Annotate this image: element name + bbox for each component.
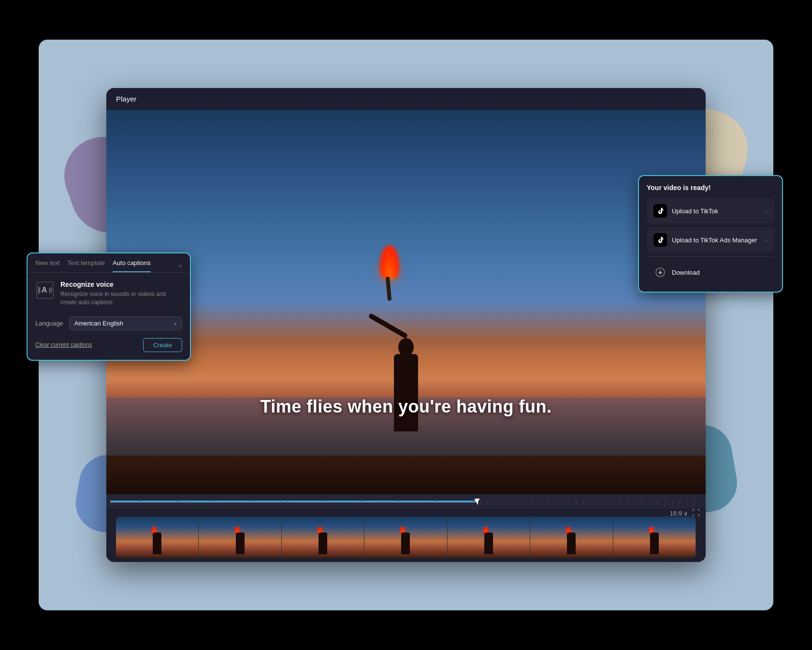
player-header: Player [106,88,706,110]
film-frame-person [567,532,576,554]
film-frame-person [236,532,245,554]
aspect-ratio-chevron: ∨ [683,510,688,517]
flame [380,245,399,279]
timeline-playhead[interactable] [477,499,478,504]
film-frame-person [153,532,161,554]
recognize-voice-text: Recognize voice Recognize voice in sound… [60,281,182,307]
upload-tiktok-chevron-icon: › [765,207,768,215]
editor-container: Player Time flies when you're having f [106,88,706,562]
film-frame [530,517,613,558]
upload-tiktok-ads-item[interactable]: Upload to TikTok Ads Manager › [647,227,774,252]
video-scene: Time flies when you're having fun. [106,109,706,494]
film-frame [364,517,447,558]
film-frame [199,517,281,558]
create-button[interactable]: Create [143,338,182,352]
tiktok-ads-icon [653,233,667,247]
playhead-marker [473,499,481,503]
download-icon [653,266,667,279]
film-frame [116,517,199,558]
upload-tiktok-label: Upload to TikTok [672,207,718,215]
person-body [394,354,418,431]
language-chevron-icon: ∨ [174,321,177,326]
person-arm [368,313,408,339]
recognize-voice-desc: Recognize voice in sounds or videos and … [60,290,182,307]
film-frame-person [319,532,327,554]
recognize-voice-icon: A [35,281,55,300]
timeline-controls: 16:9 ∨ ⛶ [670,509,700,517]
tab-auto-captions[interactable]: Auto captions [113,259,151,272]
panel-divider [647,256,774,257]
language-value: American English [74,320,123,327]
auto-captions-panel: New text Text template Auto captions « [27,252,191,361]
recognize-voice-section: A Recognize voice Recognize voice in sou… [35,281,182,307]
video-area: Time flies when you're having fun. [106,109,706,494]
panel-close-button[interactable]: « [179,262,182,269]
upload-tiktok-ads-chevron-icon: › [765,236,768,244]
outer-frame: Player Time flies when you're having f [39,40,773,610]
film-frame-person [401,532,410,554]
upload-tiktok-ads-label: Upload to TikTok Ads Manager [672,236,757,244]
language-select[interactable]: American English ∨ [69,316,182,330]
fullscreen-button[interactable]: ⛶ [692,509,700,517]
timeline-bar [106,494,706,509]
film-frame [613,517,696,558]
svg-text:A: A [42,285,47,294]
fullscreen-icon: ⛶ [692,509,700,517]
tab-new-text[interactable]: New text [35,259,60,272]
tiktok-icon [653,204,667,218]
aspect-ratio-label: 16:9 [670,510,682,517]
auto-caption-icon-svg: A [36,281,54,299]
film-frame-person [484,532,493,554]
video-ready-panel: Your video is ready! Upload to TikTok › [638,175,783,293]
caption-text: Time flies when you're having fun. [106,397,706,417]
panel-tabs: New text Text template Auto captions « [28,253,190,273]
timeline-ticks [110,499,702,504]
player-label: Player [116,95,137,103]
aspect-ratio-button[interactable]: 16:9 ∨ [670,510,688,517]
film-frame [282,517,364,558]
timeline-tick-marks [110,499,702,504]
download-item[interactable]: Download [647,261,774,284]
film-frame-person [650,532,659,554]
tab-text-template[interactable]: Text template [68,259,105,272]
film-strip [116,517,696,558]
upload-tiktok-item[interactable]: Upload to TikTok › [647,198,774,223]
video-ready-title: Your video is ready! [647,184,774,192]
film-frame [448,517,530,558]
panel-content: A Recognize voice Recognize voice in sou… [28,273,190,360]
timeline-area: 16:9 ∨ ⛶ [106,494,706,562]
language-row: Language American English ∨ [35,316,182,330]
download-label: Download [672,269,700,276]
recognize-voice-title: Recognize voice [60,281,182,288]
clear-captions-button[interactable]: Clear current captions [35,341,92,348]
language-label: Language [35,320,63,327]
panel-actions: Clear current captions Create [35,338,182,352]
